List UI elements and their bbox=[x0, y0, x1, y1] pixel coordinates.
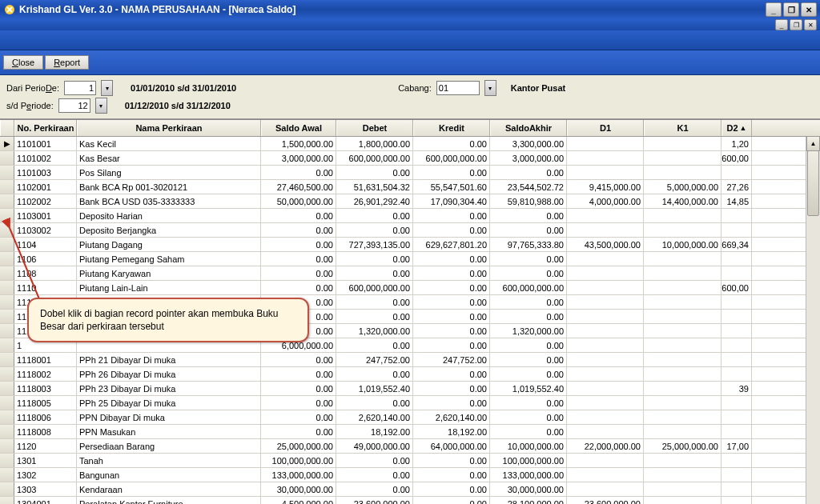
cell-d2[interactable] bbox=[722, 468, 752, 482]
cell-debet[interactable]: 0.00 bbox=[336, 266, 413, 280]
cell-kredit[interactable]: 0.00 bbox=[413, 468, 490, 482]
table-row[interactable]: 1118005PPh 25 Dibayar Di muka0.000.000.0… bbox=[0, 396, 820, 410]
row-selector[interactable] bbox=[0, 367, 14, 381]
cell-saldo-awal[interactable]: 0.00 bbox=[261, 382, 336, 395]
row-selector[interactable] bbox=[0, 353, 14, 366]
cell-nama[interactable]: Persediaan Barang bbox=[77, 439, 261, 453]
cell-saldo-awal[interactable]: 4,500,000.00 bbox=[261, 497, 336, 504]
table-row[interactable]: 1110Piutang Lain-Lain0.00600,000,000.000… bbox=[0, 281, 820, 295]
restore-button[interactable]: ❐ bbox=[783, 2, 799, 17]
cell-d1[interactable]: 43,500,000.00 bbox=[567, 238, 644, 251]
row-selector[interactable] bbox=[0, 166, 14, 179]
cell-d1[interactable]: 9,415,000.00 bbox=[567, 180, 644, 194]
cell-saldo-awal[interactable]: 0.00 bbox=[261, 223, 336, 237]
col-kredit[interactable]: Kredit bbox=[413, 120, 490, 136]
cell-k1[interactable] bbox=[644, 454, 722, 467]
cell-no[interactable]: 1104 bbox=[14, 238, 77, 251]
cell-d1[interactable] bbox=[567, 454, 644, 467]
cell-nama[interactable]: Tanah bbox=[77, 454, 261, 467]
cell-saldo-akhir[interactable]: 0.00 bbox=[490, 425, 567, 438]
cell-k1[interactable]: 5,000,000.00 bbox=[644, 180, 722, 194]
cell-saldo-akhir[interactable]: 0.00 bbox=[490, 367, 567, 381]
cell-d2[interactable] bbox=[722, 209, 752, 222]
cell-saldo-awal[interactable]: 0.00 bbox=[261, 209, 336, 222]
cell-saldo-akhir[interactable]: 0.00 bbox=[490, 266, 567, 280]
data-grid[interactable]: No. Perkiraan Nama Perkiraan Saldo Awal … bbox=[0, 119, 820, 504]
cell-d1[interactable]: 22,000,000.00 bbox=[567, 439, 644, 453]
cell-no[interactable]: 1102002 bbox=[14, 194, 77, 208]
cell-no[interactable]: 1106 bbox=[14, 252, 77, 266]
cell-k1[interactable] bbox=[644, 353, 722, 366]
table-row[interactable]: 1101003Pos Silang0.000.000.000.00 bbox=[0, 166, 820, 180]
cell-kredit[interactable]: 0.00 bbox=[413, 454, 490, 467]
cell-d2[interactable] bbox=[722, 497, 752, 504]
cell-saldo-akhir[interactable]: 100,000,000.00 bbox=[490, 454, 567, 467]
cell-kredit[interactable]: 0.00 bbox=[413, 310, 490, 323]
cell-d1[interactable] bbox=[567, 166, 644, 179]
cell-saldo-awal[interactable]: 0.00 bbox=[261, 238, 336, 251]
cell-saldo-awal[interactable]: 100,000,000.00 bbox=[261, 454, 336, 467]
cell-saldo-awal[interactable]: 133,000,000.00 bbox=[261, 468, 336, 482]
cell-d1[interactable] bbox=[567, 324, 644, 338]
cabang-dropdown[interactable]: ▾ bbox=[484, 80, 496, 96]
cell-kredit[interactable]: 0.00 bbox=[413, 209, 490, 222]
cell-d2[interactable] bbox=[722, 353, 752, 366]
cell-saldo-akhir[interactable]: 23,544,502.72 bbox=[490, 180, 567, 194]
cell-d1[interactable] bbox=[567, 353, 644, 366]
cell-k1[interactable] bbox=[644, 209, 722, 222]
cell-no[interactable]: 1118008 bbox=[14, 425, 77, 438]
cell-debet[interactable]: 18,192.00 bbox=[336, 425, 413, 438]
cell-debet[interactable]: 0.00 bbox=[336, 367, 413, 381]
cell-debet[interactable]: 51,631,504.32 bbox=[336, 180, 413, 194]
row-selector[interactable] bbox=[0, 209, 14, 222]
cell-debet[interactable]: 1,800,000.00 bbox=[336, 137, 413, 150]
cell-nama[interactable]: Kas Besar bbox=[77, 151, 261, 165]
cell-k1[interactable]: 25,000,000.00 bbox=[644, 439, 722, 453]
cell-kredit[interactable]: 64,000,000.00 bbox=[413, 439, 490, 453]
cell-saldo-akhir[interactable]: 133,000,000.00 bbox=[490, 468, 567, 482]
cell-d2[interactable] bbox=[722, 223, 752, 237]
cell-d2[interactable]: 669,34 bbox=[722, 238, 752, 251]
cell-kredit[interactable]: 0.00 bbox=[413, 252, 490, 266]
cell-d2[interactable] bbox=[722, 410, 752, 424]
cell-nama[interactable]: PPh 21 Dibayar Di muka bbox=[77, 353, 261, 366]
cell-d1[interactable] bbox=[567, 223, 644, 237]
cell-no[interactable]: 1304001 bbox=[14, 497, 77, 504]
cell-no[interactable]: 1101002 bbox=[14, 151, 77, 165]
cell-d2[interactable] bbox=[722, 482, 752, 496]
cell-d2[interactable] bbox=[722, 367, 752, 381]
cell-k1[interactable] bbox=[644, 497, 722, 504]
cell-k1[interactable] bbox=[644, 324, 722, 338]
cell-k1[interactable] bbox=[644, 281, 722, 294]
cell-d2[interactable] bbox=[722, 166, 752, 179]
cell-saldo-awal[interactable]: 0.00 bbox=[261, 166, 336, 179]
cell-d1[interactable] bbox=[567, 468, 644, 482]
cell-debet[interactable]: 600,000,000.00 bbox=[336, 281, 413, 294]
cell-d1[interactable] bbox=[567, 367, 644, 381]
scroll-up-button[interactable]: ▲ bbox=[806, 136, 820, 151]
cell-no[interactable]: 1303 bbox=[14, 482, 77, 496]
cell-d1[interactable] bbox=[567, 151, 644, 165]
cell-d2[interactable]: 600,00 bbox=[722, 151, 752, 165]
row-selector[interactable] bbox=[0, 497, 14, 504]
cell-no[interactable]: 1103001 bbox=[14, 209, 77, 222]
sd-periode-dropdown[interactable]: ▾ bbox=[95, 98, 107, 114]
table-row[interactable]: 1118006PPN Dibayar Di muka0.002,620,140.… bbox=[0, 410, 820, 425]
cell-d2[interactable] bbox=[722, 295, 752, 309]
cell-d2[interactable]: 17,00 bbox=[722, 439, 752, 453]
cell-d2[interactable] bbox=[722, 425, 752, 438]
cell-no[interactable]: 1118001 bbox=[14, 353, 77, 366]
cell-d2[interactable] bbox=[722, 338, 752, 352]
table-row[interactable]: 1104Piutang Dagang0.00727,393,135.00629,… bbox=[0, 238, 820, 252]
cell-kredit[interactable]: 0.00 bbox=[413, 482, 490, 496]
cell-kredit[interactable]: 0.00 bbox=[413, 382, 490, 395]
cell-d1[interactable] bbox=[567, 482, 644, 496]
cell-kredit[interactable]: 629,627,801.20 bbox=[413, 238, 490, 251]
cell-debet[interactable]: 0.00 bbox=[336, 482, 413, 496]
cell-k1[interactable] bbox=[644, 410, 722, 424]
table-row[interactable]: 1301Tanah100,000,000.000.000.00100,000,0… bbox=[0, 454, 820, 468]
cell-saldo-awal[interactable]: 27,460,500.00 bbox=[261, 180, 336, 194]
cabang-input[interactable] bbox=[436, 81, 480, 95]
row-selector[interactable] bbox=[0, 295, 14, 309]
cell-k1[interactable] bbox=[644, 468, 722, 482]
